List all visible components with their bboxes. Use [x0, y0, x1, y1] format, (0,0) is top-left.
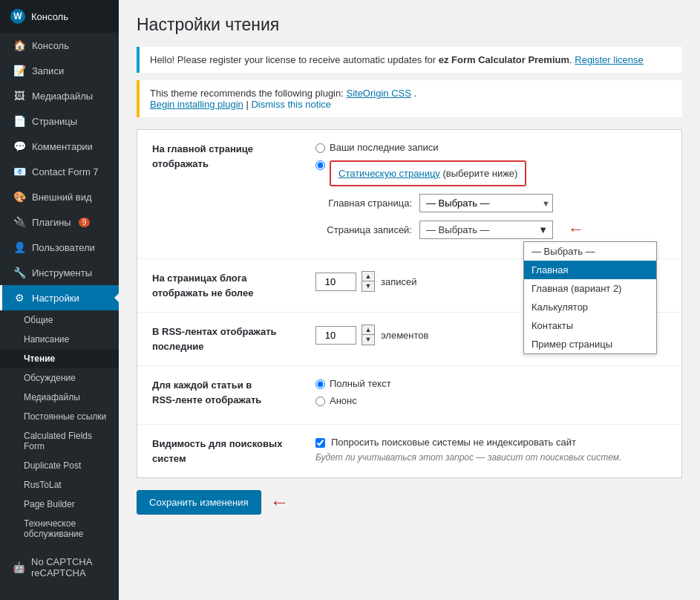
submenu-permalinks[interactable]: Постоянные ссылки: [0, 407, 119, 426]
sidebar-item-media[interactable]: 🖼 Медиафайлы: [0, 83, 119, 108]
sidebar-item-contact[interactable]: 📧 Contact Form 7: [0, 159, 119, 184]
blog-count-down[interactable]: ▼: [362, 281, 374, 291]
dropdown-item-main2[interactable]: Главная (вариант 2): [524, 279, 656, 298]
radio-static-page[interactable]: [315, 160, 325, 170]
posts-page-select-container: — Выбрать — ▼ — Выбрать — Главная Главна…: [419, 221, 553, 239]
dropdown-item-placeholder[interactable]: — Выбрать —: [524, 242, 656, 261]
siteorigin-link[interactable]: SiteOrigin CSS: [346, 88, 410, 99]
sidebar-logo-label: Консоль: [31, 11, 68, 22]
sidebar-item-comments[interactable]: 💬 Комментарии: [0, 134, 119, 159]
posts-page-dropdown-trigger[interactable]: — Выбрать — ▼: [419, 221, 553, 239]
rss-count-label: В RSS-лентах отображатьпоследние: [152, 325, 315, 353]
save-arrow-indicator: ←: [270, 491, 290, 514]
main-page-dropdown-row: Главная страница: — Выбрать — Главная Гл…: [315, 194, 667, 212]
submenu-media[interactable]: Медиафайлы: [0, 388, 119, 407]
radio-full-text[interactable]: [315, 379, 325, 389]
sidebar-item-settings[interactable]: ⚙ Настройки: [0, 285, 119, 310]
sidebar-item-users[interactable]: 👤 Пользователи: [0, 235, 119, 260]
blog-count-input[interactable]: 10: [315, 273, 356, 291]
sidebar-item-tools[interactable]: 🔧 Инструменты: [0, 260, 119, 285]
radio-full-label[interactable]: Полный текст: [330, 378, 391, 389]
submenu-tech[interactable]: Техническое обслуживание: [0, 514, 119, 544]
install-plugin-link[interactable]: Begin installing plugin: [150, 99, 243, 110]
radio-excerpt[interactable]: [315, 397, 325, 406]
settings-submenu: Общие Написание Чтение Обсуждение Медиаф…: [0, 310, 119, 544]
radio-latest-label[interactable]: Ваши последние записи: [330, 142, 439, 153]
sidebar-item-label: Медиафайлы: [32, 91, 93, 102]
rss-count-suffix: элементов: [381, 330, 428, 341]
sidebar-item-nocaptcha[interactable]: 🤖 No CAPTCHA reCAPTCHA: [0, 550, 119, 585]
sidebar: W Консоль 🏠 Консоль 📝 Записи 🖼 Медиафайл…: [0, 0, 119, 600]
dropdown-item-contacts[interactable]: Контакты: [524, 316, 656, 335]
radio-latest-option: Ваши последние записи: [315, 142, 667, 153]
notice-blue-text: Hello! Please register your license to r…: [150, 54, 439, 65]
sidebar-item-posts[interactable]: 📝 Записи: [0, 58, 119, 83]
sidebar-item-pages[interactable]: 📄 Страницы: [0, 108, 119, 134]
radio-excerpt-label[interactable]: Анонс: [330, 395, 357, 406]
radio-static-option: Статическую страницу (выберите ниже): [315, 159, 667, 186]
notice-blue: Hello! Please register your license to r…: [137, 47, 682, 73]
dropdown-item-sample[interactable]: Пример страницы: [524, 335, 656, 353]
submenu-discussion[interactable]: Обсуждение: [0, 368, 119, 388]
submenu-reading[interactable]: Чтение: [0, 349, 119, 368]
settings-form: На главной страницеотображать Ваши после…: [137, 129, 682, 515]
plugins-icon: 🔌: [13, 216, 26, 228]
register-license-link[interactable]: Register license: [575, 54, 644, 65]
radio-full-option: Полный текст: [315, 378, 667, 389]
sidebar-item-plugins[interactable]: 🔌 Плагины 9: [0, 209, 119, 235]
search-visibility-checkbox-label[interactable]: Попросить поисковые системы не индексиро…: [331, 437, 576, 448]
sidebar-active-arrow: [114, 293, 119, 302]
rss-count-spinner: ▲ ▼: [362, 325, 375, 345]
dropdown-item-main[interactable]: Главная: [524, 261, 656, 279]
page-title: Настройки чтения: [137, 15, 682, 35]
blog-count-suffix: записей: [381, 276, 416, 287]
dropdown-arrow-icon: ▼: [538, 224, 548, 235]
posts-icon: 📝: [13, 65, 26, 76]
contact-icon: 📧: [13, 166, 26, 177]
rss-count-up[interactable]: ▲: [362, 325, 374, 335]
search-visibility-note: Будет ли учитываться этот запрос — завис…: [315, 452, 667, 463]
dropdown-arrow-indicator: ←: [568, 220, 584, 239]
static-page-box: Статическую страницу (выберите ниже): [330, 160, 526, 186]
rss-count-down[interactable]: ▼: [362, 335, 374, 345]
dismiss-notice-link[interactable]: Dismiss this notice: [251, 99, 331, 110]
static-page-link[interactable]: Статическую страницу: [338, 168, 440, 179]
notice-product-name: ez Form Calculator Premium: [439, 54, 569, 65]
rss-count-input[interactable]: 10: [315, 326, 356, 345]
sidebar-item-label: Настройки: [32, 293, 79, 304]
posts-page-label: Страница записей:: [315, 224, 412, 235]
posts-page-dropdown-row: Страница записей: — Выбрать — ▼: [315, 220, 667, 239]
search-visibility-control: Попросить поисковые системы не индексиро…: [315, 437, 667, 463]
search-visibility-checkbox[interactable]: [315, 438, 325, 448]
sidebar-item-label: No CAPTCHA reCAPTCHA: [31, 556, 108, 578]
main-page-select[interactable]: — Выбрать — Главная Главная (вариант 2) …: [419, 194, 553, 212]
save-button[interactable]: Сохранить изменения: [137, 490, 261, 515]
blog-count-up[interactable]: ▲: [362, 272, 374, 281]
search-visibility-label: Видимость для поисковыхсистем: [152, 437, 315, 466]
console-icon: 🏠: [13, 39, 26, 51]
sidebar-item-label: Инструменты: [32, 267, 92, 278]
radio-latest-posts[interactable]: [315, 143, 325, 153]
sidebar-item-console[interactable]: 🏠 Консоль: [0, 33, 119, 58]
sidebar-item-appearance[interactable]: 🎨 Внешний вид: [0, 184, 119, 209]
comments-icon: 💬: [13, 140, 26, 152]
notice-yellow: This theme recommends the following plug…: [137, 80, 682, 117]
sidebar-logo[interactable]: W Консоль: [0, 0, 119, 33]
dropdown-open-area: Страница записей: — Выбрать — ▼: [315, 220, 667, 239]
static-page-note: (выберите ниже): [442, 168, 517, 179]
dropdown-item-calc[interactable]: Калькулятор: [524, 298, 656, 316]
submenu-rustolat[interactable]: RusToLat: [0, 475, 119, 495]
sidebar-nav: 🏠 Консоль 📝 Записи 🖼 Медиафайлы 📄 Страни…: [0, 33, 119, 585]
dropdowns-area: Главная страница: — Выбрать — Главная Гл…: [315, 194, 667, 239]
submenu-calc-fields[interactable]: Calculated Fields Form: [0, 426, 119, 456]
search-visibility-checkbox-row: Попросить поисковые системы не индексиро…: [315, 437, 667, 448]
submenu-general[interactable]: Общие: [0, 310, 119, 330]
frontpage-row: На главной страницеотображать Ваши после…: [137, 130, 681, 259]
submenu-page-builder[interactable]: Page Builder: [0, 495, 119, 514]
sidebar-item-label: Пользователи: [32, 242, 95, 253]
nocaptcha-icon: 🤖: [13, 561, 25, 573]
submenu-writing[interactable]: Написание: [0, 330, 119, 349]
submenu-dup-post[interactable]: Duplicate Post: [0, 456, 119, 475]
dropdown-selected-text: — Выбрать —: [426, 224, 490, 235]
dropdown-popup-list: — Выбрать — Главная Главная (вариант 2) …: [523, 241, 657, 354]
